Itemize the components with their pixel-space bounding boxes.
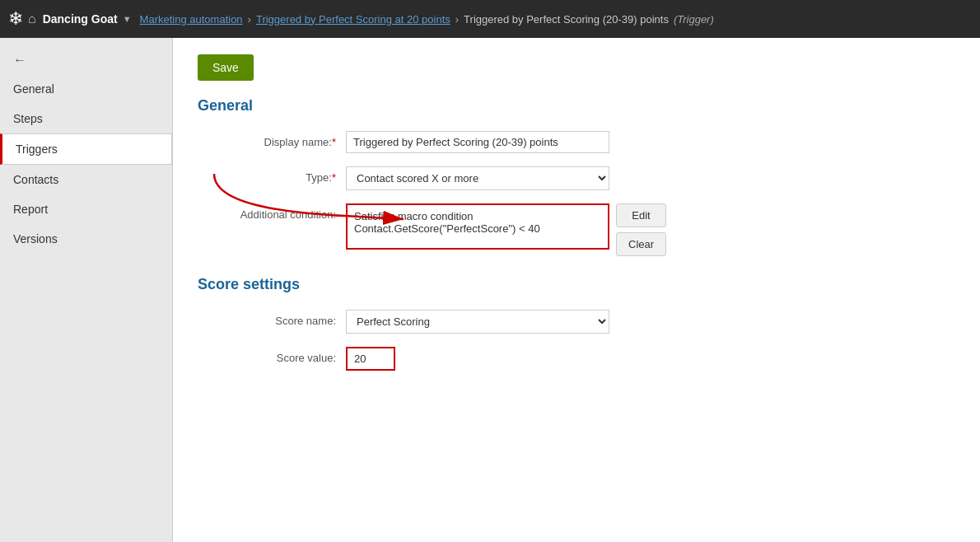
- score-name-row: Score name: Perfect Scoring: [198, 310, 955, 334]
- general-section-title: General: [198, 97, 955, 114]
- main-layout: ← General Steps Triggers Contacts Report…: [0, 38, 980, 542]
- score-settings-title: Score settings: [198, 276, 955, 293]
- topbar: ❄ ⌂ Dancing Goat ▼ Marketing automation …: [0, 0, 980, 38]
- main-content: Save General Display name:* Type:*: [173, 38, 980, 542]
- type-label: Type:*: [198, 166, 346, 184]
- sidebar-item-label-contacts: Contacts: [13, 173, 58, 186]
- back-button[interactable]: ←: [0, 46, 172, 74]
- logo-icon[interactable]: ❄: [8, 8, 23, 30]
- edit-button[interactable]: Edit: [616, 203, 666, 227]
- back-icon: ←: [13, 53, 26, 68]
- condition-textarea[interactable]: Satisfies macro condition Contact.GetSco…: [346, 203, 609, 250]
- breadcrumb-sep2: ›: [455, 13, 459, 26]
- score-value-input[interactable]: [346, 347, 395, 371]
- breadcrumb-current: Triggered by Perfect Scoring (20-39) poi…: [464, 13, 669, 26]
- breadcrumb-sep1: ›: [248, 13, 251, 26]
- sidebar-item-label-steps: Steps: [13, 112, 43, 125]
- sidebar-item-label-general: General: [13, 82, 54, 96]
- breadcrumb-trigger-label: (Trigger): [674, 13, 714, 26]
- sidebar-item-steps[interactable]: Steps: [0, 104, 172, 133]
- additional-condition-row: Additional condition: Satisfies macro co…: [198, 203, 955, 256]
- score-value-label: Score value:: [198, 347, 346, 364]
- sidebar: ← General Steps Triggers Contacts Report…: [0, 38, 173, 542]
- display-name-label: Display name:*: [198, 131, 346, 148]
- score-name-label: Score name:: [198, 310, 346, 327]
- type-select[interactable]: Contact scored X or more: [346, 166, 609, 190]
- type-field: Contact scored X or more: [346, 166, 609, 190]
- score-value-field: [346, 347, 609, 371]
- condition-buttons: Edit Clear: [616, 203, 666, 256]
- score-value-row: Score value:: [198, 347, 955, 371]
- breadcrumb: Marketing automation › Triggered by Perf…: [140, 13, 714, 26]
- type-row: Type:* Contact scored X or more: [198, 166, 955, 190]
- sidebar-item-general[interactable]: General: [0, 74, 172, 104]
- score-name-select[interactable]: Perfect Scoring: [346, 310, 609, 334]
- additional-condition-label: Additional condition:: [198, 203, 346, 221]
- sidebar-item-label-versions: Versions: [13, 232, 58, 245]
- score-name-field: Perfect Scoring: [346, 310, 609, 334]
- save-button[interactable]: Save: [198, 54, 254, 81]
- clear-button[interactable]: Clear: [616, 232, 666, 256]
- sidebar-item-label-triggers: Triggers: [16, 143, 58, 156]
- display-name-row: Display name:*: [198, 131, 955, 153]
- breadcrumb-marketing-automation[interactable]: Marketing automation: [140, 13, 243, 26]
- site-caret: ▼: [123, 14, 132, 24]
- home-icon[interactable]: ⌂: [28, 12, 36, 26]
- sidebar-item-triggers[interactable]: Triggers: [0, 133, 172, 165]
- sidebar-item-contacts[interactable]: Contacts: [0, 165, 172, 194]
- general-section: General Display name:* Type:* Contact sc…: [198, 97, 955, 256]
- sidebar-item-report[interactable]: Report: [0, 194, 172, 224]
- breadcrumb-triggered-20[interactable]: Triggered by Perfect Scoring at 20 point…: [256, 13, 450, 26]
- display-name-field: [346, 131, 609, 153]
- display-name-input[interactable]: [346, 131, 609, 153]
- condition-wrapper: Satisfies macro condition Contact.GetSco…: [346, 203, 666, 256]
- site-name[interactable]: Dancing Goat: [43, 12, 118, 26]
- sidebar-item-label-report: Report: [13, 203, 48, 216]
- sidebar-item-versions[interactable]: Versions: [0, 224, 172, 254]
- score-settings-section: Score settings Score name: Perfect Scori…: [198, 276, 955, 371]
